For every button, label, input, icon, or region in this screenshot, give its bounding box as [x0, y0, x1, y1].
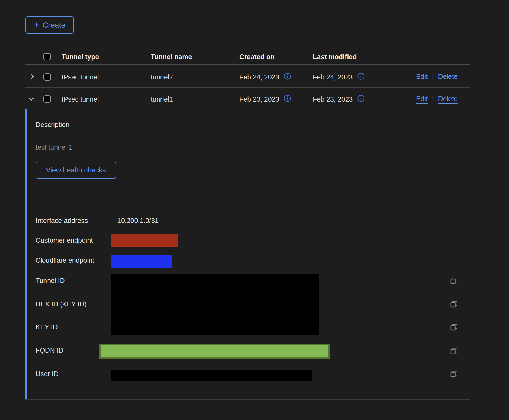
- action-separator: |: [432, 73, 434, 81]
- tunnel-name-cell: tunnel1: [151, 95, 173, 103]
- last-modified-cell: Feb 24, 2023: [313, 73, 353, 81]
- create-button-label: Create: [43, 21, 65, 29]
- select-all-checkbox[interactable]: [43, 53, 51, 60]
- copy-fqdn-id-button[interactable]: [450, 347, 458, 355]
- user-id-redaction: [111, 370, 312, 381]
- copy-icon: [450, 323, 458, 332]
- customer-endpoint-redaction: [111, 234, 178, 247]
- delete-link[interactable]: Delete: [438, 95, 458, 103]
- create-button[interactable]: + Create: [25, 16, 74, 34]
- customer-endpoint-label: Customer endpoint: [36, 236, 93, 244]
- edit-link[interactable]: Edit: [416, 95, 428, 103]
- view-health-checks-button[interactable]: View health checks: [36, 162, 116, 179]
- info-icon[interactable]: [284, 95, 291, 104]
- created-on-cell: Feb 24, 2023: [239, 73, 279, 81]
- info-icon[interactable]: [357, 72, 365, 82]
- tunnel-name-cell: tunnel2: [151, 73, 173, 81]
- tunnel-type-cell: IPsec tunnel: [62, 95, 99, 103]
- column-header-last-modified: Last modified: [313, 53, 357, 61]
- accent-bar: [25, 109, 27, 399]
- fqdn-id-label: FQDN ID: [36, 346, 63, 354]
- tunnel-type-cell: IPsec tunnel: [62, 73, 99, 81]
- description-label: Description: [36, 121, 69, 129]
- column-header-created-on: Created on: [239, 53, 275, 61]
- interface-address-value: 10.200.1.0/31: [117, 216, 159, 225]
- cloudflare-endpoint-redaction: [111, 255, 172, 268]
- header-divider: [25, 64, 470, 65]
- cloudflare-endpoint-label: Cloudflare endpoint: [36, 256, 94, 264]
- copy-tunnel-id-button[interactable]: [450, 276, 458, 285]
- ids-redaction-block: [111, 274, 319, 335]
- plus-icon: +: [34, 20, 39, 29]
- info-icon[interactable]: [357, 95, 365, 104]
- tunnel-id-label: Tunnel ID: [36, 276, 65, 285]
- chevron-down-icon[interactable]: [28, 95, 35, 104]
- fqdn-id-redaction: [99, 344, 330, 359]
- user-id-label: User ID: [36, 370, 59, 378]
- row-checkbox[interactable]: [43, 95, 51, 103]
- edit-link[interactable]: Edit: [416, 73, 428, 81]
- interface-address-label: Interface address: [36, 216, 88, 225]
- row-checkbox[interactable]: [43, 73, 51, 81]
- copy-icon: [450, 347, 458, 355]
- copy-icon: [450, 300, 458, 309]
- delete-link[interactable]: Delete: [438, 73, 458, 81]
- copy-key-id-button[interactable]: [450, 323, 458, 332]
- panel-bottom-divider: [25, 399, 470, 400]
- key-id-label: KEY ID: [36, 323, 58, 331]
- copy-icon: [450, 370, 458, 378]
- description-value: test tunnel 1: [36, 143, 72, 151]
- row-divider: [25, 87, 470, 88]
- ipsec-tunnels-page: + Create Tunnel type Tunnel name Created…: [0, 0, 509, 420]
- column-header-tunnel-type: Tunnel type: [62, 53, 99, 61]
- copy-user-id-button[interactable]: [450, 370, 458, 378]
- last-modified-cell: Feb 23, 2023: [313, 95, 353, 103]
- chevron-right-icon[interactable]: [28, 73, 36, 81]
- info-icon[interactable]: [284, 72, 291, 82]
- copy-hex-id-button[interactable]: [450, 300, 458, 309]
- action-separator: |: [432, 95, 434, 103]
- column-header-tunnel-name: Tunnel name: [151, 53, 192, 61]
- created-on-cell: Feb 23, 2023: [239, 95, 279, 103]
- copy-icon: [450, 276, 458, 285]
- hex-id-label: HEX ID (KEY ID): [36, 300, 86, 308]
- section-divider: [36, 196, 461, 196]
